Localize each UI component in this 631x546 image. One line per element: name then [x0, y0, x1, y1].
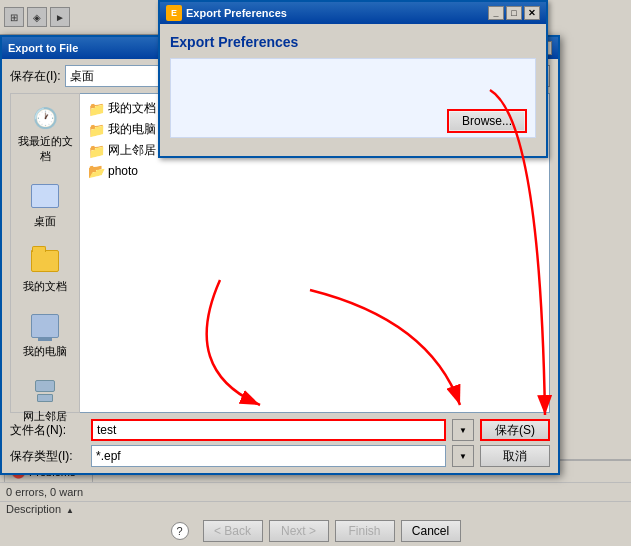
sidebar-item-mydocs[interactable]: 我的文档: [13, 243, 77, 296]
filetype-dropdown[interactable]: ▼: [452, 445, 474, 467]
prefs-title-buttons: _ □ ✕: [488, 6, 540, 20]
filetype-label: 保存类型(I):: [10, 448, 85, 465]
recent-icon: 🕐: [31, 104, 59, 132]
app-background: ⊞ ◈ ► Export to File ? ✕ 保存在(I): 桌面 ▼ 🔄 …: [0, 0, 631, 546]
next-button[interactable]: Next >: [269, 520, 329, 542]
location-label: 保存在(I):: [10, 68, 61, 85]
app-toolbar: ⊞ ◈ ►: [0, 0, 160, 35]
prefs-title-icon: E: [166, 5, 182, 21]
file-item-name: 我的文档: [108, 100, 156, 117]
sidebar-item-recent[interactable]: 🕐 我最近的文档: [13, 102, 77, 166]
description-row: Description ▲: [0, 501, 631, 516]
sidebar-label-desktop: 桌面: [34, 214, 56, 229]
mycomputer-icon: [29, 310, 61, 342]
bottom-controls: 文件名(N): ▼ 保存(S) 保存类型(I): *.epf ▼ 取消: [10, 419, 550, 467]
description-label: Description: [6, 503, 61, 515]
prefs-minimize-btn[interactable]: _: [488, 6, 504, 20]
folder-icon: 📁: [88, 101, 104, 117]
export-prefs-body: Export Preferences Browse...: [160, 24, 546, 156]
folder-icon-yellow: 📂: [88, 163, 104, 179]
file-item-name: photo: [108, 164, 138, 178]
prefs-close-btn[interactable]: ✕: [524, 6, 540, 20]
filetype-row: 保存类型(I): *.epf ▼ 取消: [10, 445, 550, 467]
prefs-maximize-btn[interactable]: □: [506, 6, 522, 20]
cancel-button[interactable]: 取消: [480, 445, 550, 467]
export-prefs-title-text: Export Preferences: [186, 7, 484, 19]
status-text: 0 errors, 0 warn: [6, 486, 83, 498]
prefs-content-area: Browse...: [170, 58, 536, 138]
folder-icon: 📁: [88, 122, 104, 138]
file-item-name: 我的电脑: [108, 121, 156, 138]
filename-row: 文件名(N): ▼ 保存(S): [10, 419, 550, 441]
finish-button[interactable]: Finish: [335, 520, 395, 542]
description-arrow: ▲: [66, 506, 74, 515]
cancel-nav-button[interactable]: Cancel: [401, 520, 461, 542]
sidebar-item-desktop[interactable]: 桌面: [13, 178, 77, 231]
mydocs-icon: [29, 245, 61, 277]
sidebar-label-recent: 我最近的文档: [17, 134, 73, 164]
toolbar-icon-2: ◈: [27, 7, 47, 27]
file-item-name: 网上邻居: [108, 142, 156, 159]
left-sidebar: 🕐 我最近的文档 桌面 我的文档: [10, 93, 80, 413]
folder-icon: 📁: [88, 143, 104, 159]
export-prefs-titlebar: E Export Preferences _ □ ✕: [160, 2, 546, 24]
filetype-input: *.epf: [91, 445, 446, 467]
toolbar-icon-1: ⊞: [4, 7, 24, 27]
sidebar-item-mycomputer[interactable]: 我的电脑: [13, 308, 77, 361]
export-prefs-dialog: E Export Preferences _ □ ✕ Export Prefer…: [158, 0, 548, 158]
save-button[interactable]: 保存(S): [480, 419, 550, 441]
export-prefs-heading: Export Preferences: [170, 34, 536, 50]
list-item[interactable]: 📂 photo: [84, 161, 545, 181]
location-value: 桌面: [70, 68, 94, 85]
back-button[interactable]: < Back: [203, 520, 263, 542]
network-icon: [29, 375, 61, 407]
toolbar-icon-3: ►: [50, 7, 70, 27]
help-icon[interactable]: ?: [171, 522, 189, 540]
sidebar-label-mycomputer: 我的电脑: [23, 344, 67, 359]
filetype-value: *.epf: [96, 449, 121, 463]
sidebar-label-mydocs: 我的文档: [23, 279, 67, 294]
desktop-icon: [29, 180, 61, 212]
filename-input[interactable]: [91, 419, 446, 441]
filename-dropdown[interactable]: ▼: [452, 419, 474, 441]
browse-button[interactable]: Browse...: [447, 109, 527, 133]
filename-label: 文件名(N):: [10, 422, 85, 439]
nav-buttons-row: ? < Back Next > Finish Cancel: [0, 516, 631, 546]
status-row: 0 errors, 0 warn: [0, 483, 631, 501]
